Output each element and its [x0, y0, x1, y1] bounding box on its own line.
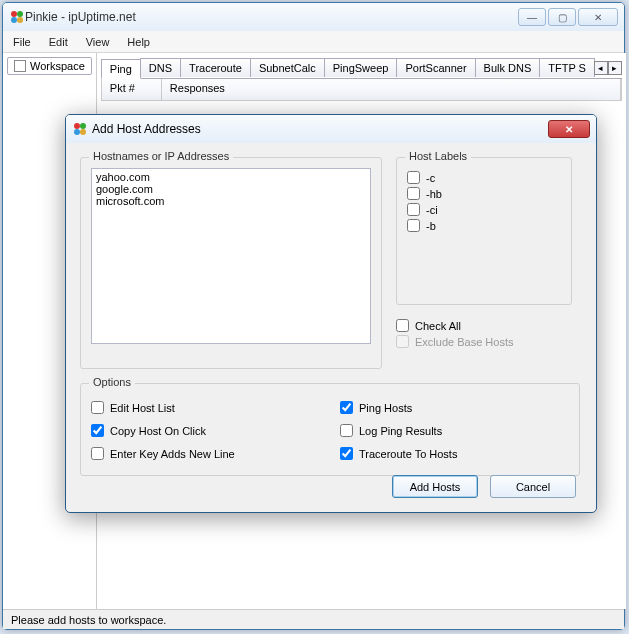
edit-host-list-checkbox[interactable]: Edit Host List	[91, 401, 320, 414]
minimize-button[interactable]: —	[518, 8, 546, 26]
tab-scroll-right-icon[interactable]: ▸	[608, 61, 622, 75]
menu-file[interactable]: File	[13, 36, 31, 48]
tab-traceroute[interactable]: Traceroute	[180, 58, 251, 77]
host-labels-group-label: Host Labels	[405, 150, 471, 162]
tab-portscanner[interactable]: PortScanner	[396, 58, 475, 77]
dialog-title: Add Host Addresses	[92, 122, 548, 136]
svg-point-5	[80, 123, 86, 129]
column-headers: Pkt # Responses	[101, 79, 622, 101]
menu-edit[interactable]: Edit	[49, 36, 68, 48]
dialog-close-button[interactable]: ✕	[548, 120, 590, 138]
options-group: Options Edit Host List Ping Hosts Copy H…	[80, 383, 580, 476]
dialog-title-bar: Add Host Addresses ✕	[66, 115, 596, 143]
sidebar-item-workspace[interactable]: Workspace	[7, 57, 92, 75]
tab-tftp[interactable]: TFTP S	[539, 58, 595, 77]
col-pkt[interactable]: Pkt #	[102, 79, 162, 100]
svg-point-7	[80, 129, 86, 135]
label-b-checkbox[interactable]: -b	[407, 219, 561, 232]
tab-ping[interactable]: Ping	[101, 59, 141, 79]
label-ci-checkbox[interactable]: -ci	[407, 203, 561, 216]
exclude-base-hosts-checkbox: Exclude Base Hosts	[396, 335, 572, 348]
title-bar: Pinkie - ipUptime.net — ▢ ✕	[3, 3, 624, 31]
maximize-button[interactable]: ▢	[548, 8, 576, 26]
label-hb-checkbox[interactable]: -hb	[407, 187, 561, 200]
dialog-icon	[72, 121, 88, 137]
workspace-icon	[14, 60, 26, 72]
add-hosts-button[interactable]: Add Hosts	[392, 475, 478, 498]
tab-subnetcalc[interactable]: SubnetCalc	[250, 58, 325, 77]
hostnames-textarea[interactable]	[91, 168, 371, 344]
log-ping-results-checkbox[interactable]: Log Ping Results	[340, 424, 569, 437]
label-c-checkbox[interactable]: -c	[407, 171, 561, 184]
svg-point-3	[17, 17, 23, 23]
svg-point-0	[11, 11, 17, 17]
hostnames-group-label: Hostnames or IP Addresses	[89, 150, 233, 162]
svg-point-6	[74, 129, 80, 135]
add-host-dialog: Add Host Addresses ✕ Hostnames or IP Add…	[65, 114, 597, 513]
svg-point-4	[74, 123, 80, 129]
window-title: Pinkie - ipUptime.net	[25, 10, 518, 24]
svg-point-1	[17, 11, 23, 17]
tab-dns[interactable]: DNS	[140, 58, 181, 77]
menu-help[interactable]: Help	[127, 36, 150, 48]
enter-key-new-line-checkbox[interactable]: Enter Key Adds New Line	[91, 447, 320, 460]
traceroute-to-hosts-checkbox[interactable]: Traceroute To Hosts	[340, 447, 569, 460]
options-group-label: Options	[89, 376, 135, 388]
tab-bulkdns[interactable]: Bulk DNS	[475, 58, 541, 77]
copy-host-on-click-checkbox[interactable]: Copy Host On Click	[91, 424, 320, 437]
tab-pingsweep[interactable]: PingSweep	[324, 58, 398, 77]
menu-bar: File Edit View Help	[3, 31, 624, 53]
tab-scroll-left-icon[interactable]: ◂	[594, 61, 608, 75]
svg-point-2	[11, 17, 17, 23]
ping-hosts-checkbox[interactable]: Ping Hosts	[340, 401, 569, 414]
app-icon	[9, 9, 25, 25]
status-text: Please add hosts to workspace.	[11, 614, 166, 626]
check-all-checkbox[interactable]: Check All	[396, 319, 572, 332]
col-responses[interactable]: Responses	[162, 79, 621, 100]
workspace-label: Workspace	[30, 60, 85, 72]
tab-strip: Ping DNS Traceroute SubnetCalc PingSweep…	[101, 57, 622, 79]
cancel-button[interactable]: Cancel	[490, 475, 576, 498]
close-button[interactable]: ✕	[578, 8, 618, 26]
hostnames-group: Hostnames or IP Addresses	[80, 157, 382, 369]
menu-view[interactable]: View	[86, 36, 110, 48]
host-labels-group: Host Labels -c -hb -ci -b	[396, 157, 572, 305]
status-bar: Please add hosts to workspace.	[3, 609, 624, 629]
